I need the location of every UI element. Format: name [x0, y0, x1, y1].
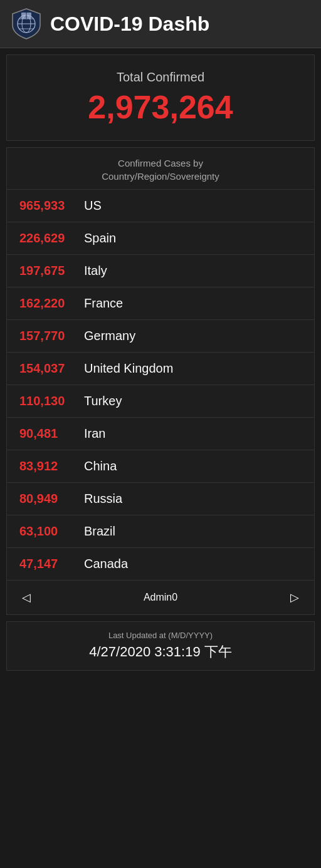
list-item[interactable]: 162,220France: [7, 287, 314, 320]
country-name: Italy: [84, 264, 107, 278]
app-header: COVID-19 Dashb: [0, 0, 321, 48]
country-name: Spain: [84, 231, 116, 245]
country-count: 83,912: [19, 459, 79, 473]
country-list-section: Confirmed Cases by Country/Region/Sovere…: [6, 147, 315, 581]
total-label: Total Confirmed: [19, 70, 302, 85]
country-name: US: [84, 199, 102, 213]
country-count: 226,629: [19, 231, 79, 245]
section-header-line1: Confirmed Cases by: [118, 158, 203, 168]
country-count: 965,933: [19, 199, 79, 213]
list-item[interactable]: 197,675Italy: [7, 255, 314, 287]
nav-right-arrow[interactable]: ▷: [285, 588, 304, 607]
country-name: Canada: [84, 557, 128, 571]
country-count: 110,130: [19, 394, 79, 408]
list-item[interactable]: 965,933US: [7, 190, 314, 222]
list-item[interactable]: 83,912China: [7, 450, 314, 483]
country-name: United Kingdom: [84, 361, 173, 376]
nav-label: Admin0: [144, 592, 177, 603]
list-item[interactable]: 80,949Russia: [7, 483, 314, 515]
nav-left-arrow[interactable]: ◁: [17, 588, 36, 607]
country-count: 63,100: [19, 524, 79, 539]
list-item[interactable]: 110,130Turkey: [7, 385, 314, 418]
app-title: COVID-19 Dashb: [50, 13, 209, 36]
country-count: 90,481: [19, 426, 79, 441]
list-item[interactable]: 226,629Spain: [7, 222, 314, 255]
country-name: Brazil: [84, 524, 115, 539]
country-name: Iran: [84, 426, 105, 441]
section-header-line2: Country/Region/Sovereignty: [102, 171, 219, 182]
country-count: 197,675: [19, 264, 79, 278]
country-name: Turkey: [84, 394, 122, 408]
footer-label: Last Updated at (M/D/YYYY): [19, 631, 302, 640]
total-number: 2,973,264: [19, 90, 302, 125]
country-name: Russia: [84, 492, 122, 506]
section-header: Confirmed Cases by Country/Region/Sovere…: [7, 148, 314, 190]
country-rows-container: 965,933US226,629Spain197,675Italy162,220…: [7, 190, 314, 580]
list-item[interactable]: 63,100Brazil: [7, 515, 314, 548]
list-item[interactable]: 47,147Canada: [7, 548, 314, 580]
jhu-logo: [10, 8, 43, 40]
list-item[interactable]: 157,770Germany: [7, 320, 314, 353]
country-count: 157,770: [19, 329, 79, 343]
country-count: 80,949: [19, 492, 79, 506]
list-item[interactable]: 90,481Iran: [7, 418, 314, 450]
navigation-bar: ◁ Admin0 ▷: [6, 581, 315, 615]
footer-timestamp: 4/27/2020 3:31:19 下午: [19, 643, 302, 661]
total-confirmed-card: Total Confirmed 2,973,264: [6, 54, 315, 141]
country-name: France: [84, 296, 123, 311]
country-count: 154,037: [19, 361, 79, 376]
country-name: Germany: [84, 329, 135, 343]
list-item[interactable]: 154,037United Kingdom: [7, 353, 314, 385]
country-count: 162,220: [19, 296, 79, 311]
country-name: China: [84, 459, 117, 473]
country-count: 47,147: [19, 557, 79, 571]
last-updated-footer: Last Updated at (M/D/YYYY) 4/27/2020 3:3…: [6, 621, 315, 671]
